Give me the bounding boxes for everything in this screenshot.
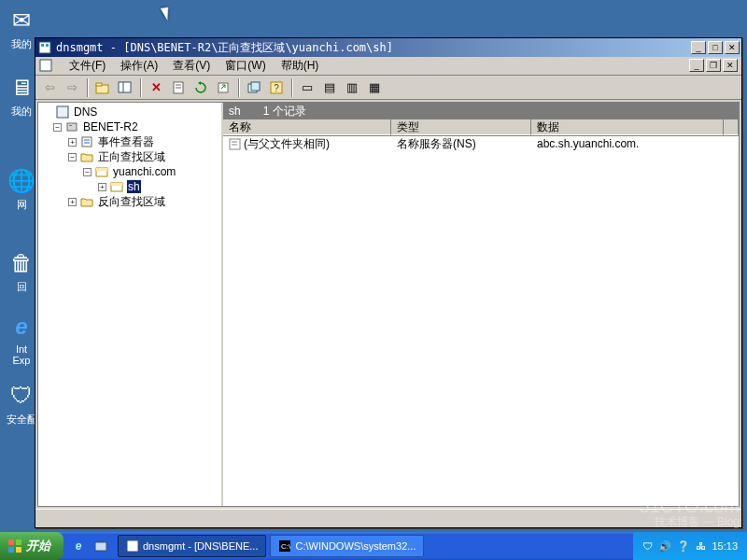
tree-domain[interactable]: − yuanchi.com [38,164,221,179]
quick-launch: e [63,537,116,555]
show-desktop-icon[interactable] [92,537,110,555]
collapse-icon[interactable]: − [53,123,62,132]
list-rows[interactable]: (与父文件夹相同) 名称服务器(NS) abc.sh.yuanchi.com. [223,136,739,506]
help-button[interactable]: ? [266,77,287,98]
start-button[interactable]: 开始 [0,532,63,560]
svg-rect-6 [119,82,131,92]
menu-action[interactable]: 操作(A) [113,56,165,76]
zone-name: sh [229,105,241,118]
svg-rect-5 [96,83,102,86]
tray-icon[interactable]: 🛡 [642,540,653,552]
tool-button[interactable]: ▥ [342,77,362,98]
workspace: DNS − BENET-R2 + 事件查看器 − [37,102,740,507]
titlebar[interactable]: dnsmgmt - [DNS\BENET-R2\正向查找区域\yuanchi.c… [35,38,741,57]
svg-rect-2 [46,44,49,47]
tree-subdomain[interactable]: + sh [38,179,221,194]
tree-root[interactable]: DNS [38,105,221,119]
tree-label: 反向查找区域 [97,194,166,210]
tree-forward-zone[interactable]: − 正向查找区域 [38,149,221,164]
toolbar: ⇦ ⇨ ✕ ? ▭ ▤ ▥ ▦ [35,76,741,100]
menubar: 文件(F) 操作(A) 查看(V) 窗口(W) 帮助(H) _ ❐ ✕ [35,57,741,76]
watermark-line: 51CTO.com [640,496,740,516]
app-icon [126,539,139,553]
menu-window[interactable]: 窗口(W) [218,56,273,76]
svg-rect-19 [82,137,92,147]
mdi-close-button[interactable]: ✕ [723,59,738,72]
separator [140,78,141,97]
tree-reverse-zone[interactable]: + 反向查找区域 [38,194,221,209]
col-data[interactable]: 数据 [531,119,724,135]
shield-icon: 🛡 [7,381,36,411]
cell-data: abc.sh.yuanchi.com. [531,137,739,150]
separator [87,78,88,97]
task-label: dnsmgmt - [DNS\BENE... [143,540,258,552]
col-name[interactable]: 名称 [223,119,391,135]
refresh-button[interactable] [190,77,211,98]
watermark: 51CTO.com 技术博客 — Blog [640,496,740,528]
mdi-minimize-button[interactable]: _ [689,59,704,72]
back-button[interactable]: ⇦ [39,77,60,98]
app-icon [37,40,52,55]
tool-button[interactable]: ▭ [297,77,317,98]
col-type[interactable]: 类型 [391,119,531,135]
start-label: 开始 [26,538,50,554]
svg-rect-23 [96,168,107,171]
tool-button[interactable]: ▤ [319,77,340,98]
forward-button[interactable]: ⇨ [62,77,82,98]
server-icon [64,120,79,133]
collapse-icon[interactable]: − [83,168,92,176]
close-button[interactable]: ✕ [725,41,740,54]
delete-button[interactable]: ✕ [146,77,166,98]
svg-rect-3 [40,60,51,71]
tray-network-icon[interactable]: 🖧 [696,540,706,552]
menu-file[interactable]: 文件(F) [62,56,113,76]
tray-icon[interactable]: 🔊 [658,540,671,553]
minimize-button[interactable]: _ [691,41,706,54]
svg-rect-1 [41,44,44,47]
menu-view[interactable]: 查看(V) [165,56,218,76]
mdi-restore-button[interactable]: ❐ [706,59,721,72]
clock[interactable]: 15:13 [712,540,738,552]
export-button[interactable] [213,77,233,98]
recycle-icon: 🗑 [7,248,36,278]
properties-button[interactable] [168,77,189,98]
mmc-window: dnsmgmt - [DNS\BENET-R2\正向查找区域\yuanchi.c… [35,37,742,528]
computer-icon: 🖥 [7,73,36,103]
svg-rect-18 [69,125,72,126]
tree-label: 正向查找区域 [97,149,166,165]
expand-icon[interactable]: + [68,138,77,147]
task-item[interactable]: C:\ C:\WINDOWS\system32... [270,535,424,557]
svg-rect-30 [16,539,21,545]
svg-rect-17 [67,123,77,131]
record-icon [229,138,241,150]
tree-label: DNS [73,105,98,119]
svg-rect-25 [111,183,122,186]
tree-pane[interactable]: DNS − BENET-R2 + 事件查看器 − [38,103,223,506]
maximize-button[interactable]: □ [708,41,723,54]
zone-icon [94,165,109,178]
show-hide-tree-button[interactable] [115,77,135,98]
task-item[interactable]: dnsmgmt - [DNS\BENE... [118,535,266,557]
up-button[interactable] [92,77,113,98]
expand-icon[interactable]: + [68,198,77,206]
separator [291,78,292,97]
tree-event-viewer[interactable]: + 事件查看器 [38,134,221,149]
cmd-icon: C:\ [278,539,291,553]
list-row[interactable]: (与父文件夹相同) 名称服务器(NS) abc.sh.yuanchi.com. [223,136,739,151]
task-label: C:\WINDOWS\system32... [295,540,416,552]
svg-rect-0 [39,42,50,53]
expand-icon[interactable]: + [98,183,106,191]
ie-icon[interactable]: e [69,537,88,555]
svg-text:?: ? [274,83,279,93]
tray-help-icon[interactable]: ❔ [677,540,690,553]
menu-help[interactable]: 帮助(H) [274,56,327,76]
tool-button[interactable]: ▦ [364,77,385,98]
new-window-button[interactable] [244,77,264,98]
tree-server[interactable]: − BENET-R2 [38,119,221,134]
sys-menu-icon[interactable] [39,59,54,74]
statusbar [35,509,741,527]
svg-rect-13 [251,82,260,91]
collapse-icon[interactable]: − [68,153,77,161]
window-buttons: _ □ ✕ [691,41,740,54]
svg-rect-29 [8,539,14,545]
